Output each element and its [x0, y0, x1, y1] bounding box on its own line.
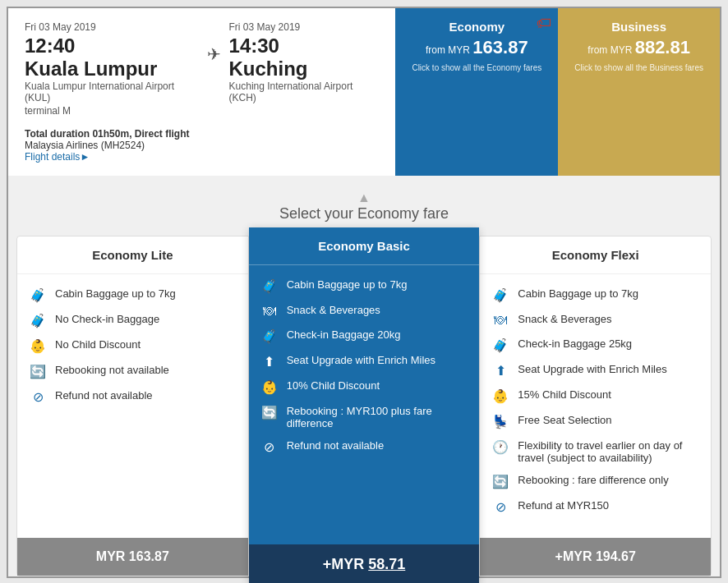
- feature-icon: 💺: [491, 414, 509, 429]
- feature-item: 🍽Snack & Beverages: [260, 304, 468, 319]
- departure-date: Fri 03 May 2019: [25, 21, 199, 33]
- flight-duration: Total duration 01h50m, Direct flight: [25, 128, 379, 140]
- feature-icon: 🍽: [260, 304, 279, 319]
- lite-features: 🧳Cabin Baggage up to 7kg🧳No Check-in Bag…: [17, 274, 248, 538]
- feature-item: 🧳Check-in Baggage 25kg: [491, 337, 699, 353]
- feature-icon: ⬆: [260, 354, 279, 370]
- business-from: from MYR 882.81: [574, 37, 703, 58]
- business-click-text: Click to show all the Business fares: [574, 63, 703, 72]
- feature-item: 🕐Flexibility to travel earlier on day of…: [491, 439, 699, 464]
- feature-item: 🧳No Check-in Baggage: [29, 313, 237, 328]
- feature-item: 🧳Cabin Baggage up to 7kg: [260, 278, 468, 294]
- arrival-city: Kuching: [229, 57, 380, 80]
- feature-text: 15% Child Discount: [518, 388, 611, 401]
- feature-icon: 🧳: [491, 337, 509, 353]
- feature-text: Seat Upgrade with Enrich Miles: [518, 363, 666, 375]
- feature-item: 👶10% Child Discount: [260, 379, 468, 395]
- feature-icon: ⊘: [29, 389, 47, 405]
- plane-icon: ✈: [207, 44, 221, 64]
- basic-price[interactable]: +MYR 58.71: [249, 544, 480, 583]
- flexi-price[interactable]: +MYR 194.67: [480, 538, 711, 576]
- tag-icon: 🏷: [537, 15, 551, 32]
- feature-text: Cabin Baggage up to 7kg: [518, 287, 638, 300]
- feature-icon: 🧳: [491, 287, 509, 303]
- business-label: Business: [574, 20, 703, 34]
- feature-text: 10% Child Discount: [287, 379, 380, 392]
- fare-selection-section: ▲ Select your Economy fare Economy Lite …: [8, 176, 720, 576]
- feature-text: Check-in Baggage 20kg: [287, 328, 401, 341]
- economy-from: from MYR 163.87: [412, 37, 541, 58]
- flight-airline: Malaysia Airlines (MH2524): [25, 140, 379, 151]
- arrival-airport: Kuching International Airport (KCH): [229, 80, 380, 103]
- economy-price-box[interactable]: 🏷 Economy from MYR 163.87 Click to show …: [395, 8, 558, 176]
- feature-icon: 🧳: [29, 313, 47, 328]
- economy-lite-card[interactable]: Economy Lite 🧳Cabin Baggage up to 7kg🧳No…: [16, 236, 249, 576]
- economy-click-text: Click to show all the Economy fares: [412, 63, 541, 72]
- feature-icon: 🔄: [260, 405, 279, 420]
- feature-icon: 🔄: [29, 364, 47, 379]
- fare-cards: Economy Lite 🧳Cabin Baggage up to 7kg🧳No…: [16, 236, 712, 576]
- feature-item: 🧳Cabin Baggage up to 7kg: [491, 287, 699, 303]
- feature-text: Flexibility to travel earlier on day of …: [518, 439, 699, 464]
- lite-price[interactable]: MYR 163.87: [17, 538, 248, 576]
- economy-basic-card[interactable]: Economy Basic 🧳Cabin Baggage up to 7kg🍽S…: [249, 227, 480, 583]
- arrival-date: Fri 03 May 2019: [229, 21, 380, 33]
- feature-text: Rebooking not available: [55, 364, 169, 376]
- flexi-features: 🧳Cabin Baggage up to 7kg🍽Snack & Beverag…: [480, 274, 711, 538]
- price-boxes: 🏷 Economy from MYR 163.87 Click to show …: [395, 8, 720, 176]
- feature-text: Free Seat Selection: [518, 414, 611, 426]
- flexi-header: Economy Flexi: [480, 236, 711, 274]
- feature-icon: 👶: [260, 379, 279, 395]
- feature-text: Refund not available: [55, 389, 153, 402]
- feature-item: 🔄Rebooking : fare difference only: [491, 474, 699, 489]
- feature-item: 👶No Child Discount: [29, 338, 237, 354]
- departure-time: 12:40: [25, 34, 199, 57]
- feature-item: ⊘Refund at MYR150: [491, 499, 699, 515]
- feature-text: Check-in Baggage 25kg: [518, 337, 632, 350]
- section-arrow: ▲: [16, 191, 712, 205]
- feature-text: No Check-in Baggage: [55, 313, 159, 325]
- departure-terminal: terminal M: [25, 105, 199, 117]
- feature-item: 🧳Cabin Baggage up to 7kg: [29, 287, 237, 303]
- feature-text: Rebooking : fare difference only: [518, 474, 668, 486]
- feature-item: ⬆Seat Upgrade with Enrich Miles: [491, 363, 699, 379]
- feature-text: No Child Discount: [55, 338, 141, 351]
- basic-header: Economy Basic: [249, 227, 480, 265]
- arrival-time: 14:30: [229, 34, 380, 57]
- basic-features: 🧳Cabin Baggage up to 7kg🍽Snack & Beverag…: [249, 265, 480, 544]
- feature-icon: 🧳: [29, 287, 47, 303]
- feature-item: ⊘Refund not available: [260, 439, 468, 455]
- feature-item: 🔄Rebooking not available: [29, 364, 237, 379]
- flight-details-link[interactable]: Flight details►: [25, 151, 90, 163]
- business-price-box[interactable]: Business from MYR 882.81 Click to show a…: [558, 8, 720, 176]
- feature-icon: 🕐: [491, 439, 509, 455]
- feature-text: Refund at MYR150: [518, 499, 609, 512]
- feature-icon: 🧳: [260, 278, 279, 294]
- feature-item: 🧳Check-in Baggage 20kg: [260, 328, 468, 344]
- feature-icon: 🧳: [260, 328, 279, 344]
- feature-icon: 👶: [29, 338, 47, 354]
- feature-item: 🍽Snack & Beverages: [491, 313, 699, 328]
- feature-item: 👶15% Child Discount: [491, 388, 699, 404]
- feature-text: Cabin Baggage up to 7kg: [55, 287, 176, 300]
- flight-info: Fri 03 May 2019 12:40 Kuala Lumpur Kuala…: [8, 8, 395, 176]
- feature-icon: 👶: [491, 388, 509, 404]
- feature-text: Snack & Beverages: [287, 304, 380, 316]
- departure-airport: Kuala Lumpur International Airport (KUL): [25, 80, 199, 103]
- feature-icon: ⊘: [491, 499, 509, 515]
- departure-city: Kuala Lumpur: [25, 57, 199, 80]
- feature-item: 🔄Rebooking : MYR100 plus fare difference: [260, 405, 468, 429]
- feature-text: Seat Upgrade with Enrich Miles: [287, 354, 435, 366]
- feature-text: Rebooking : MYR100 plus fare difference: [287, 405, 468, 429]
- economy-flexi-card[interactable]: Economy Flexi 🧳Cabin Baggage up to 7kg🍽S…: [479, 236, 712, 576]
- feature-item: ⊘Refund not available: [29, 389, 237, 405]
- lite-header: Economy Lite: [17, 236, 248, 274]
- feature-item: ⬆Seat Upgrade with Enrich Miles: [260, 354, 468, 370]
- feature-text: Snack & Beverages: [518, 313, 611, 325]
- feature-text: Cabin Baggage up to 7kg: [287, 278, 408, 291]
- feature-icon: ⬆: [491, 363, 509, 379]
- feature-icon: 🍽: [491, 313, 509, 328]
- feature-text: Refund not available: [287, 439, 385, 452]
- economy-label: Economy: [412, 20, 541, 34]
- feature-item: 💺Free Seat Selection: [491, 414, 699, 429]
